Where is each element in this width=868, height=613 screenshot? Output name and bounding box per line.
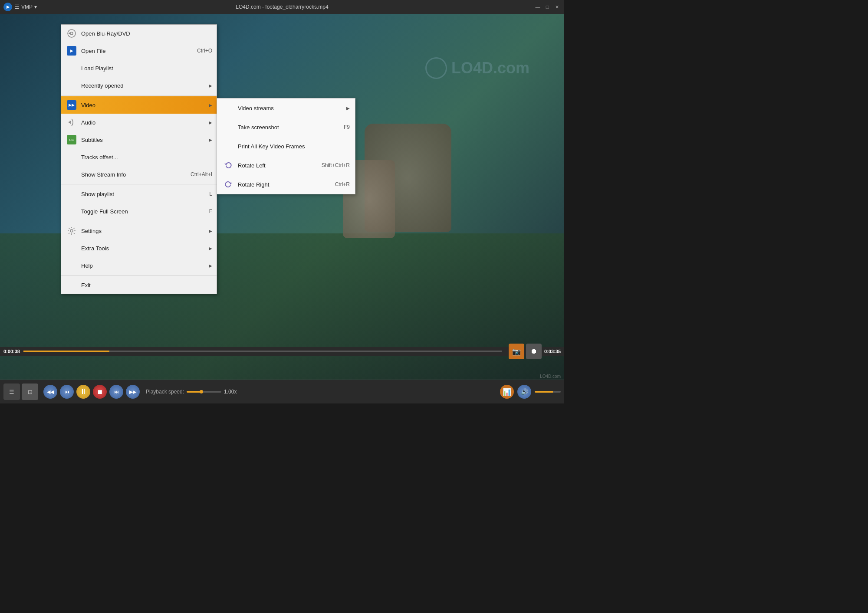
- recently-opened-label: Recently opened: [81, 82, 206, 89]
- menu-item-exit[interactable]: Exit: [61, 276, 217, 294]
- video-arrow: ▶: [209, 103, 212, 108]
- video-file-icon: ▶: [66, 45, 78, 57]
- menu-item-toggle-fullscreen[interactable]: Toggle Full Screen F: [61, 203, 217, 220]
- submenu-item-video-streams[interactable]: Video streams ▶: [217, 98, 355, 118]
- menu-button[interactable]: ☰ VMP ▾: [15, 4, 37, 10]
- minimize-button[interactable]: —: [534, 3, 542, 11]
- maximize-button[interactable]: □: [543, 3, 551, 11]
- video-streams-arrow: ▶: [346, 106, 350, 111]
- playback-speed-label: Playback speed:: [146, 389, 184, 395]
- take-screenshot-shortcut: F9: [344, 124, 350, 130]
- svg-rect-2: [69, 33, 70, 34]
- menu-item-open-file[interactable]: ▶ Open File Ctrl+O: [61, 42, 217, 59]
- print-key-frames-icon-spacer: [222, 140, 234, 152]
- show-stream-shortcut: Ctrl+Alt+I: [191, 171, 212, 177]
- app-logo: ▶: [3, 3, 12, 11]
- svg-point-4: [70, 229, 73, 232]
- submenu-item-take-screenshot[interactable]: Take screenshot F9: [217, 118, 355, 137]
- load-playlist-label: Load Playlist: [81, 65, 212, 72]
- stop-button[interactable]: ⏹: [93, 385, 107, 399]
- toggle-fullscreen-icon-spacer: [66, 205, 78, 217]
- svg-point-1: [70, 32, 73, 35]
- app-name: VMP: [21, 4, 33, 10]
- rotate-left-icon: [222, 159, 234, 171]
- submenu-item-rotate-left[interactable]: Rotate Left Shift+Ctrl+R: [217, 156, 355, 175]
- snapshot-button[interactable]: 📷: [509, 344, 524, 359]
- help-arrow: ▶: [209, 263, 212, 268]
- controls-bar: ☰ ⊡ ◀◀ ⏮ ⏸ ⏹ ⏭ ▶▶ Playback speed: 1.00x …: [0, 380, 564, 403]
- video-streams-icon-spacer: [222, 102, 234, 114]
- fullscreen-view-button[interactable]: ⊡: [22, 384, 38, 400]
- menu-item-tracks-offset[interactable]: Tracks offset...: [61, 148, 217, 166]
- show-stream-icon-spacer: [66, 168, 78, 180]
- take-screenshot-icon-spacer: [222, 121, 234, 133]
- audio-arrow: ▶: [209, 120, 212, 125]
- show-stream-label: Show Stream Info: [81, 171, 186, 178]
- settings-arrow: ▶: [209, 229, 212, 233]
- right-controls: 📊 🔊: [500, 385, 561, 399]
- rotate-left-shortcut: Shift+Ctrl+R: [322, 162, 350, 168]
- menu-item-help[interactable]: Help ▶: [61, 257, 217, 274]
- open-file-shortcut: Ctrl+O: [197, 48, 212, 54]
- bottom-watermark: LO4D.com: [540, 374, 561, 379]
- recently-opened-arrow: ▶: [209, 83, 212, 88]
- svg-marker-6: [230, 183, 232, 185]
- exit-label: Exit: [81, 282, 212, 288]
- menu-item-extra-tools[interactable]: Extra Tools ▶: [61, 239, 217, 257]
- menu-item-open-bluray[interactable]: Open Blu-Ray/DVD: [61, 25, 217, 42]
- svg-point-3: [69, 121, 70, 123]
- take-screenshot-label: Take screenshot: [238, 124, 344, 131]
- settings-icon: [66, 225, 78, 237]
- progress-fill: [23, 351, 109, 352]
- visualizer-button[interactable]: 📊: [500, 385, 514, 399]
- window-controls: — □ ✕: [534, 3, 561, 11]
- svg-marker-5: [224, 164, 227, 166]
- show-playlist-shortcut: L: [209, 191, 212, 197]
- menu-item-show-stream-info[interactable]: Show Stream Info Ctrl+Alt+I: [61, 166, 217, 183]
- watermark-text: LO4D.com: [451, 59, 529, 77]
- next-button[interactable]: ⏭: [109, 385, 123, 399]
- volume-icon[interactable]: 🔊: [517, 385, 531, 399]
- volume-slider[interactable]: [535, 391, 561, 393]
- toggle-fullscreen-shortcut: F: [209, 208, 212, 214]
- tracks-offset-label: Tracks offset...: [81, 154, 212, 161]
- context-menu: Open Blu-Ray/DVD ▶ Open File Ctrl+O Load…: [61, 24, 217, 294]
- menu-item-audio[interactable]: Audio ▶: [61, 114, 217, 131]
- menu-item-show-playlist[interactable]: Show playlist L: [61, 185, 217, 203]
- seek-bar[interactable]: [23, 351, 502, 352]
- total-time: 0:03:35: [544, 349, 561, 354]
- settings-label: Settings: [81, 228, 206, 234]
- submenu-item-print-key-frames[interactable]: Print All Key Video Frames: [217, 137, 355, 156]
- menu-item-video[interactable]: ▶▶ Video ▶: [61, 96, 217, 114]
- exit-icon-spacer: [66, 279, 78, 291]
- title-bar-left: ▶ ☰ VMP ▾: [3, 3, 37, 11]
- show-playlist-icon-spacer: [66, 188, 78, 200]
- close-button[interactable]: ✕: [553, 3, 561, 11]
- open-file-label: Open File: [81, 48, 193, 54]
- rewind-button[interactable]: ◀◀: [43, 385, 57, 399]
- prev-button[interactable]: ⏮: [60, 385, 74, 399]
- menu-item-load-playlist[interactable]: Load Playlist: [61, 59, 217, 77]
- menu-item-settings[interactable]: Settings ▶: [61, 222, 217, 239]
- toggle-fullscreen-label: Toggle Full Screen: [81, 208, 205, 215]
- tracks-offset-icon-spacer: [66, 151, 78, 163]
- speed-slider-thumb: [200, 390, 203, 393]
- rotate-right-shortcut: Ctrl+R: [335, 181, 350, 187]
- bluray-icon: [66, 27, 78, 39]
- submenu-item-rotate-right[interactable]: Rotate Right Ctrl+R: [217, 175, 355, 194]
- pause-button[interactable]: ⏸: [76, 385, 90, 399]
- current-time: 0:00:38: [3, 349, 20, 354]
- menu-item-recently-opened[interactable]: Recently opened ▶: [61, 77, 217, 94]
- forward-button[interactable]: ▶▶: [126, 385, 140, 399]
- playlist-view-button[interactable]: ☰: [3, 384, 20, 400]
- separator-4: [61, 275, 217, 275]
- speed-slider[interactable]: [187, 391, 221, 393]
- help-icon-spacer: [66, 259, 78, 272]
- extra-tools-label: Extra Tools: [81, 245, 206, 252]
- record-button[interactable]: ⏺: [526, 344, 542, 359]
- print-key-frames-label: Print All Key Video Frames: [238, 143, 350, 150]
- progress-bar-area: 0:00:38 📷 ⏺ 0:03:35: [0, 347, 564, 356]
- separator-1: [61, 95, 217, 95]
- window-title: LO4D.com - footage_oldharryrocks.mp4: [236, 4, 328, 10]
- menu-item-subtitles[interactable]: CC Subtitles ▶: [61, 131, 217, 148]
